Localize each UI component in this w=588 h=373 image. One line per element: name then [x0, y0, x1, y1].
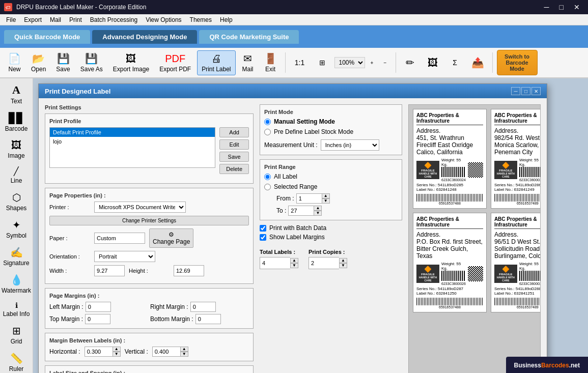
sidebar-item-watermark[interactable]: 💧 Watermark	[0, 271, 33, 297]
predefine-mode-radio-input[interactable]	[264, 129, 271, 135]
menu-file[interactable]: File	[2, 15, 20, 24]
watermark-bar: Barcodes	[541, 362, 569, 369]
lock-button[interactable]: 1:1	[290, 56, 310, 69]
zoom-in-button[interactable]: +	[366, 59, 378, 67]
save-profile-button[interactable]: Save	[219, 152, 249, 162]
show-margins-checkbox[interactable]	[260, 234, 266, 241]
menu-help[interactable]: Help	[216, 15, 237, 24]
export2-button[interactable]: 📤	[467, 54, 488, 71]
sidebar-item-text[interactable]: A Text	[0, 80, 33, 108]
left-margin-input[interactable]	[86, 302, 111, 312]
sidebar-item-line[interactable]: ╱ Line	[0, 163, 33, 187]
printer-select[interactable]: Microsoft XPS Document Writer	[94, 202, 186, 213]
print-label-button[interactable]: 🖨 Print Label	[197, 50, 235, 75]
sidebar-item-barcode[interactable]: ▊▊ Barcode	[0, 109, 33, 135]
switch-mode-button[interactable]: Switch to Barcode Mode	[497, 50, 538, 75]
sidebar-item-symbol[interactable]: ✦ Symbol	[0, 216, 33, 242]
shapes-icon: ⬡	[12, 191, 21, 204]
profile-item-default[interactable]: Default Print Profile	[50, 128, 215, 137]
print-batch-checkbox[interactable]	[260, 225, 266, 232]
window-controls[interactable]: ─ □ ✕	[540, 2, 584, 12]
formula-button[interactable]: Σ	[445, 56, 465, 69]
paper-input[interactable]: Custom	[94, 233, 145, 244]
dialog-close-button[interactable]: ✕	[531, 87, 541, 95]
predefine-mode-radio[interactable]: Pre Define Label Stock Mode	[264, 128, 398, 135]
sidebar-item-ruler[interactable]: 📏 Ruler	[0, 349, 33, 373]
print-copies-input[interactable]	[309, 257, 339, 269]
save-as-button[interactable]: 💾 Save As	[76, 50, 107, 75]
menu-mail[interactable]: Mail	[46, 15, 65, 24]
edit-button[interactable]: ✏	[400, 54, 421, 71]
zoom-select[interactable]: 100% 75% 50% 150%	[334, 57, 365, 68]
export-pdf-button[interactable]: PDF Export PDF	[155, 51, 195, 75]
total-labels-down[interactable]: ▼	[290, 263, 298, 268]
menu-export[interactable]: Export	[20, 15, 46, 24]
menu-view-options[interactable]: View Options	[142, 15, 185, 24]
tab-advanced-designing[interactable]: Advanced Designing Mode	[92, 30, 197, 44]
bottom-margin-input[interactable]	[195, 314, 221, 324]
all-label-radio[interactable]: All Label	[264, 173, 398, 180]
vertical-input[interactable]	[152, 347, 180, 357]
sidebar-item-image[interactable]: 🖼 Image	[0, 136, 33, 162]
selected-range-radio[interactable]: Selected Range	[264, 183, 398, 190]
dialog-minimize-button[interactable]: ─	[511, 87, 520, 95]
formula-icon: Σ	[453, 59, 457, 67]
vertical-down-button[interactable]: ▼	[180, 352, 188, 357]
add-profile-button[interactable]: Add	[219, 127, 249, 137]
app-icon: 🏷	[4, 3, 12, 11]
to-down-button[interactable]: ▼	[314, 211, 322, 216]
height-input[interactable]	[174, 265, 204, 276]
horizontal-input[interactable]	[85, 347, 113, 357]
image-button[interactable]: 🖼	[423, 55, 443, 71]
dialog-maximize-button[interactable]: □	[521, 87, 530, 95]
profile-item-lojo[interactable]: lojo	[50, 137, 215, 146]
change-page-button[interactable]: ⚙ Change Page	[149, 228, 193, 248]
maximize-button[interactable]: □	[555, 2, 568, 12]
selected-range-radio-input[interactable]	[264, 184, 271, 190]
edit-profile-button[interactable]: Edit	[219, 139, 249, 150]
close-window-button[interactable]: ✕	[570, 2, 584, 12]
minimize-button[interactable]: ─	[540, 2, 553, 12]
tab-quick-barcode[interactable]: Quick Barcode Mode	[4, 30, 90, 44]
horizontal-up-button[interactable]: ▲	[113, 347, 121, 352]
new-button[interactable]: 📄 New	[4, 50, 25, 75]
measurement-unit-select[interactable]: Inches (in) Centimeters (cm) Millimeters…	[321, 139, 379, 151]
zoom-out-button[interactable]: −	[379, 59, 391, 67]
manual-mode-radio[interactable]: Manual Setting Mode	[264, 118, 398, 125]
all-label-radio-input[interactable]	[264, 174, 271, 180]
from-up-button[interactable]: ▲	[322, 193, 330, 198]
menu-batch-processing[interactable]: Batch Processing	[86, 15, 142, 24]
change-printer-button[interactable]: Change Printer Settings	[49, 216, 249, 225]
total-labels-up[interactable]: ▲	[290, 258, 298, 263]
total-labels-input[interactable]	[260, 257, 290, 269]
top-margin-input[interactable]	[85, 314, 110, 324]
right-margin-input[interactable]	[190, 302, 216, 312]
sidebar-item-signature[interactable]: ✍ Signature	[0, 243, 33, 270]
width-input[interactable]	[94, 265, 125, 276]
from-down-button[interactable]: ▼	[322, 198, 330, 204]
sidebar-item-label-info[interactable]: ℹ Label Info	[0, 298, 33, 321]
delete-profile-button[interactable]: Delete	[219, 164, 249, 174]
print-profile-list[interactable]: Default Print Profile lojo	[49, 127, 215, 168]
menu-themes[interactable]: Themes	[186, 15, 216, 24]
to-up-button[interactable]: ▲	[314, 206, 322, 211]
menu-print[interactable]: Print	[65, 15, 86, 24]
sidebar-item-shapes[interactable]: ⬡ Shapes	[0, 188, 33, 215]
label-1-address: Address. 451, St. Wrathrun Firecliff Eas…	[416, 127, 483, 156]
orientation-select[interactable]: Portrait Landscape	[94, 251, 155, 262]
horizontal-down-button[interactable]: ▼	[113, 352, 121, 357]
vertical-up-button[interactable]: ▲	[180, 347, 188, 352]
mail-button[interactable]: ✉ Mail	[238, 50, 258, 75]
tab-qr-code[interactable]: QR Code Marketing Suite	[199, 30, 299, 44]
resize-button[interactable]: ⊞	[312, 56, 332, 69]
to-input[interactable]	[288, 206, 314, 216]
export-image-button[interactable]: 🖼 Export Image	[109, 51, 153, 75]
exit-button[interactable]: 🚪 Exit	[260, 50, 281, 75]
save-button[interactable]: 💾 Save	[52, 50, 74, 75]
print-copies-down[interactable]: ▼	[339, 263, 347, 268]
sidebar-item-grid[interactable]: ⊞ Grid	[0, 322, 33, 348]
print-copies-up[interactable]: ▲	[339, 258, 347, 263]
open-button[interactable]: 📂 Open	[27, 50, 50, 75]
from-input[interactable]	[296, 193, 322, 204]
manual-mode-radio-input[interactable]	[264, 119, 271, 125]
